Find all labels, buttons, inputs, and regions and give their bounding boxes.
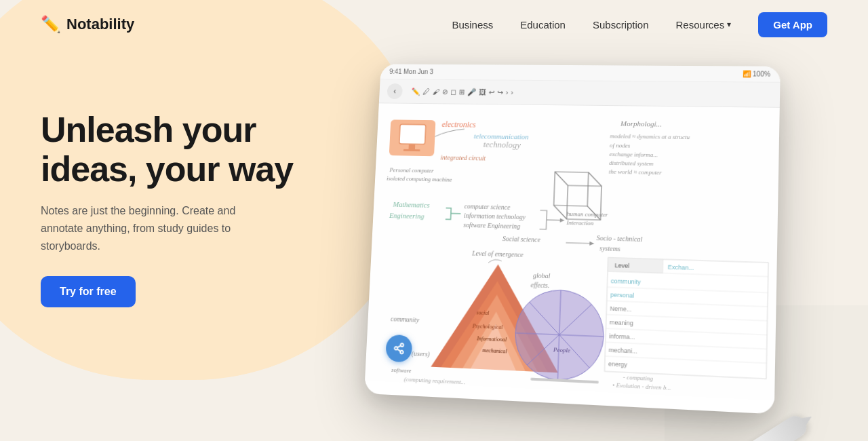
- svg-text:mechanical: mechanical: [482, 347, 507, 355]
- svg-rect-2: [399, 124, 426, 144]
- image-icon[interactable]: 🖼: [479, 88, 486, 96]
- try-for-free-button[interactable]: Try for free: [41, 276, 136, 307]
- svg-text:distributed system: distributed system: [609, 159, 654, 167]
- svg-rect-3: [408, 144, 415, 149]
- svg-text:of nodes: of nodes: [610, 142, 631, 149]
- svg-text:Interaction: Interaction: [566, 219, 594, 227]
- svg-line-29: [547, 220, 560, 220]
- svg-text:Engineering: Engineering: [389, 211, 425, 220]
- back-button[interactable]: ‹: [387, 83, 403, 99]
- logo-icon: ✏️: [41, 15, 61, 34]
- tablet-mockup: 9:41 Mon Jun 3 📶 100% ‹ ✏️ 🖊 🖌 ⊘ ◻ ⊞ 🎤 🖼: [364, 64, 781, 414]
- shape-icon[interactable]: ◻: [450, 88, 456, 96]
- nav-links: Business Education Subscription Resource…: [452, 12, 827, 37]
- svg-text:- computing: - computing: [623, 373, 654, 382]
- more-icon[interactable]: ›: [506, 88, 509, 97]
- marker-icon[interactable]: 🖌: [432, 88, 439, 96]
- svg-text:Morphologi...: Morphologi...: [620, 119, 662, 128]
- svg-text:social: social: [477, 309, 490, 316]
- navbar: ✏️ Notability Business Education Subscri…: [0, 0, 868, 49]
- pencil-icon[interactable]: ✏️: [411, 87, 420, 96]
- tablet-canvas: electronics telecommunication Personal c…: [365, 103, 780, 400]
- svg-text:technology: technology: [483, 140, 521, 150]
- svg-text:Mathematics: Mathematics: [392, 200, 429, 209]
- nav-education[interactable]: Education: [520, 19, 566, 31]
- svg-text:Level: Level: [614, 262, 629, 269]
- svg-text:Exchan...: Exchan...: [668, 263, 694, 271]
- hero-content: Unleash your ideas, your way Notes are j…: [41, 76, 353, 307]
- svg-line-84: [397, 349, 401, 351]
- svg-text:informa...: informa...: [609, 332, 635, 341]
- pen-icon[interactable]: 🖊: [422, 88, 430, 96]
- svg-text:Neme...: Neme...: [610, 305, 631, 313]
- svg-text:systems: systems: [599, 244, 620, 252]
- svg-text:community: community: [391, 315, 420, 324]
- svg-text:exchange informa...: exchange informa...: [609, 151, 658, 158]
- svg-text:telecommunication: telecommunication: [474, 132, 529, 140]
- svg-text:People: People: [553, 346, 570, 354]
- svg-text:energy: energy: [608, 360, 628, 368]
- svg-text:Social science: Social science: [502, 235, 541, 244]
- svg-text:mechani...: mechani...: [608, 347, 637, 355]
- forward-icon[interactable]: ›: [511, 88, 513, 97]
- get-app-button[interactable]: Get App: [758, 12, 827, 37]
- status-time: 9:41 Mon Jun 3: [389, 68, 433, 75]
- svg-text:isolated computing machine: isolated computing machine: [387, 175, 452, 183]
- svg-text:software: software: [391, 366, 412, 375]
- svg-text:community: community: [611, 277, 642, 286]
- nav-resources-label: Resources: [676, 19, 725, 31]
- nav-business[interactable]: Business: [452, 19, 493, 31]
- svg-text:computer science: computer science: [464, 202, 511, 211]
- hero-visual: 9:41 Mon Jun 3 📶 100% ‹ ✏️ 🖊 🖌 ⊘ ◻ ⊞ 🎤 🖼: [353, 76, 827, 441]
- nav-resources[interactable]: Resources ▾: [676, 19, 732, 31]
- hero-section: Unleash your ideas, your way Notes are j…: [0, 49, 868, 441]
- svg-text:Psychological: Psychological: [472, 323, 503, 330]
- logo[interactable]: ✏️ Notability: [41, 15, 134, 34]
- undo-icon[interactable]: ↩: [488, 88, 494, 96]
- hero-subtitle: Notes are just the beginning. Create and…: [41, 202, 271, 254]
- logo-text: Notability: [66, 16, 134, 33]
- svg-text:human computer: human computer: [567, 210, 608, 218]
- svg-text:personal: personal: [610, 291, 634, 299]
- stylus: [679, 412, 811, 441]
- eraser-icon[interactable]: ⊘: [442, 88, 448, 96]
- status-icons: 📶 100%: [743, 70, 771, 77]
- toolbar-icons: ✏️ 🖊 🖌 ⊘ ◻ ⊞ 🎤 🖼 ↩ ↪ › ›: [411, 87, 513, 96]
- nav-subscription[interactable]: Subscription: [593, 19, 649, 31]
- svg-text:electronics: electronics: [441, 120, 476, 130]
- svg-text:modeled ≈ dynamics at a struct: modeled ≈ dynamics at a structu: [610, 132, 690, 140]
- svg-text:the world ≈ computer: the world ≈ computer: [609, 168, 663, 176]
- grid-icon[interactable]: ⊞: [458, 88, 465, 96]
- svg-line-85: [397, 345, 401, 347]
- svg-text:effects.: effects.: [530, 281, 549, 289]
- svg-text:Informational: Informational: [476, 335, 507, 343]
- redo-icon[interactable]: ↪: [497, 88, 503, 97]
- svg-text:Socio - technical: Socio - technical: [596, 234, 642, 243]
- svg-text:global: global: [533, 271, 551, 280]
- tablet-device: 9:41 Mon Jun 3 📶 100% ‹ ✏️ 🖊 🖌 ⊘ ◻ ⊞ 🎤 🖼: [364, 64, 781, 414]
- svg-text:Personal computer: Personal computer: [389, 166, 434, 174]
- chevron-down-icon: ▾: [727, 20, 731, 29]
- hero-title: Unleash your ideas, your way: [41, 110, 353, 189]
- mic-icon[interactable]: 🎤: [467, 88, 477, 96]
- svg-text:meaning: meaning: [610, 319, 633, 327]
- svg-rect-4: [403, 149, 420, 151]
- svg-text:integrated circuit: integrated circuit: [440, 153, 486, 161]
- svg-text:software Engineering: software Engineering: [463, 221, 520, 230]
